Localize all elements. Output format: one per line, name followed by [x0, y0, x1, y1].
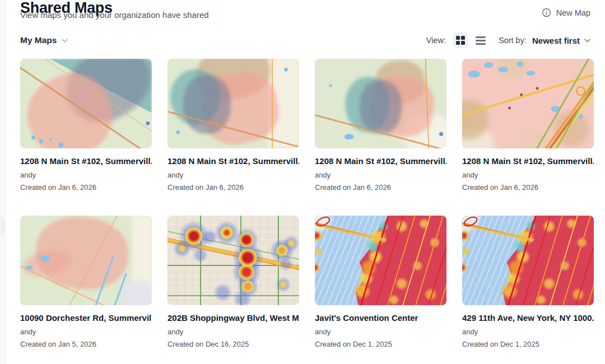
page-subtitle: View maps you and your organization have…: [20, 10, 209, 20]
map-layer-decoration: [462, 59, 594, 148]
grid-view-button[interactable]: [453, 32, 468, 48]
map-author: andy: [462, 328, 594, 336]
my-maps-filter-dropdown[interactable]: My Maps: [20, 35, 68, 45]
map-created-date: Created on Jan 6, 2026: [462, 183, 594, 192]
filter-label: My Maps: [20, 35, 57, 45]
map-card[interactable]: 1208 N Main St #102, Summervill... andy …: [462, 59, 594, 192]
map-card[interactable]: 429 11th Ave, New York, NY 1000... andy …: [462, 216, 594, 348]
toolbar: My Maps View: Sort by: Newest first: [20, 32, 590, 49]
map-created-date: Created on Jan 6, 2026: [167, 183, 299, 192]
map-created-date: Created on Jan 6, 2026: [20, 183, 152, 192]
map-layer-decoration: [20, 59, 152, 148]
map-thumbnail[interactable]: [167, 59, 299, 148]
view-label: View:: [426, 36, 446, 45]
sort-by-label: Sort by:: [499, 36, 527, 45]
map-layer-decoration: [167, 59, 299, 148]
map-card[interactable]: 10090 Dorchester Rd, Summervill... andy …: [20, 216, 152, 348]
map-title: 1208 N Main St #102, Summervill...: [167, 156, 299, 166]
sidebar-expand-handle[interactable]: [0, 217, 4, 235]
map-thumbnail[interactable]: [315, 216, 446, 305]
map-card[interactable]: 1208 N Main St #102, Summervill... andy …: [315, 59, 446, 192]
map-title: Javit's Convention Center: [315, 312, 446, 323]
map-created-date: Created on Dec 1, 2025: [462, 340, 594, 348]
map-thumbnail[interactable]: [20, 216, 152, 305]
map-layer-decoration: [20, 216, 152, 305]
new-map-label: New Map: [556, 8, 590, 17]
map-author: andy: [462, 171, 594, 179]
map-card[interactable]: 202B Shoppingway Blvd, West M... andy Cr…: [167, 216, 299, 348]
info-circle-icon[interactable]: [542, 8, 551, 17]
map-created-date: Created on Jan 6, 2026: [315, 183, 446, 192]
map-title: 1208 N Main St #102, Summervill...: [315, 156, 446, 166]
map-thumbnail[interactable]: [20, 59, 152, 148]
map-layer-decoration: [462, 216, 594, 305]
map-thumbnail[interactable]: [315, 59, 446, 148]
map-layer-decoration: [315, 216, 446, 305]
shared-maps-page: { "page": { "title": "Shared Maps", "sub…: [0, 0, 605, 364]
map-thumbnail[interactable]: [462, 59, 594, 148]
map-created-date: Created on Jan 5, 2026: [20, 340, 152, 348]
map-author: andy: [20, 171, 152, 179]
chevron-down-icon: [584, 39, 590, 43]
collapsed-sidebar-rail: [0, 0, 6, 364]
map-author: andy: [167, 328, 299, 336]
map-card[interactable]: 1208 N Main St #102, Summervill... andy …: [20, 59, 152, 192]
map-created-date: Created on Dec 16, 2025: [167, 340, 299, 348]
map-title: 1208 N Main St #102, Summervill...: [20, 156, 152, 166]
map-title: 429 11th Ave, New York, NY 1000...: [462, 312, 594, 323]
map-author: andy: [20, 328, 152, 336]
map-author: andy: [315, 171, 446, 179]
cards-grid: 1208 N Main St #102, Summervill... andy …: [20, 59, 594, 348]
grid-view-icon: [456, 36, 465, 45]
list-view-button[interactable]: [473, 32, 488, 48]
map-layer-decoration: [315, 59, 446, 148]
map-title: 10090 Dorchester Rd, Summervill...: [20, 312, 152, 323]
sort-dropdown[interactable]: Newest first: [532, 36, 590, 45]
list-view-icon: [476, 36, 486, 38]
map-author: andy: [167, 171, 299, 179]
map-thumbnail[interactable]: [462, 216, 594, 305]
map-layer-decoration: [167, 216, 299, 305]
map-card[interactable]: Javit's Convention Center andy Created o…: [315, 216, 446, 348]
chevron-down-icon: [62, 39, 68, 43]
map-thumbnail[interactable]: [167, 216, 299, 305]
map-author: andy: [315, 328, 446, 336]
map-created-date: Created on Dec 1, 2025: [315, 340, 446, 348]
map-title: 202B Shoppingway Blvd, West M...: [167, 312, 299, 323]
map-card[interactable]: 1208 N Main St #102, Summervill... andy …: [167, 59, 299, 192]
sort-value: Newest first: [532, 36, 580, 45]
map-title: 1208 N Main St #102, Summervill...: [462, 156, 594, 166]
new-map-button[interactable]: New Map: [542, 8, 590, 17]
